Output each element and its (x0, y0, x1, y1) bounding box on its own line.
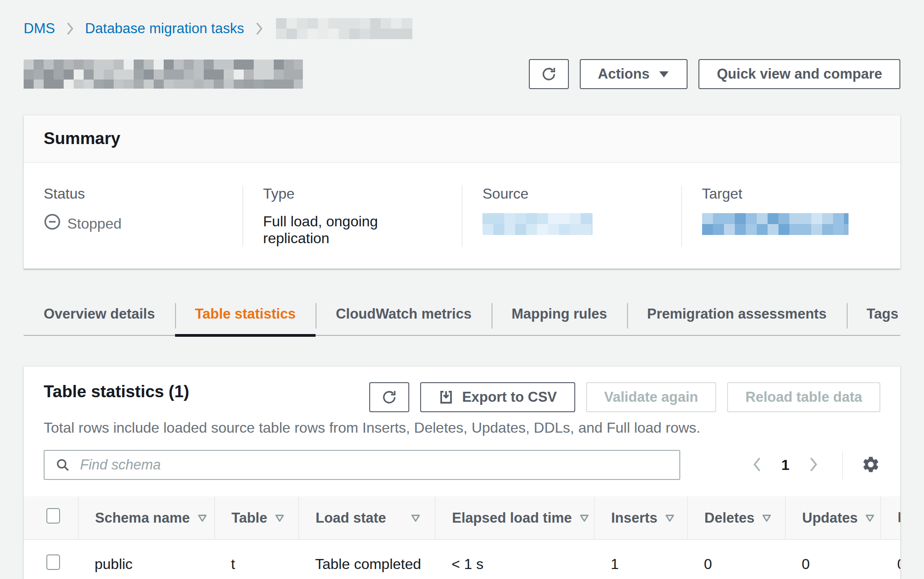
table-statistics-table: Schema name Table Load state Elapsed loa… (24, 496, 900, 579)
gear-icon (861, 455, 880, 475)
page-title-redacted (24, 60, 303, 89)
column-header-updates[interactable]: Updates (785, 496, 881, 539)
next-page-button[interactable] (805, 453, 822, 477)
summary-body: Status Stopped Type Full load, ongoing r… (24, 163, 900, 269)
tab-bar: Overview details Table statistics CloudW… (24, 299, 900, 336)
column-header-elapsed-load-time[interactable]: Elapsed load time (435, 496, 594, 539)
breadcrumb-current-redacted (276, 18, 412, 39)
cell-inserts: 1 (594, 539, 688, 579)
chevron-right-icon (254, 22, 264, 35)
sort-icon (579, 509, 589, 526)
table-header-row: Schema name Table Load state Elapsed loa… (24, 496, 900, 539)
field-label: Type (263, 185, 442, 202)
cell-ddls: 0 (881, 539, 900, 579)
column-header-schema-name[interactable]: Schema name (78, 496, 215, 539)
summary-field-type: Type Full load, ongoing replication (242, 185, 462, 247)
chevron-right-icon (65, 22, 75, 35)
sort-icon (275, 509, 285, 526)
column-header-load-state[interactable]: Load state (299, 496, 435, 539)
current-page-number: 1 (781, 457, 789, 474)
target-value-redacted (702, 213, 849, 235)
preferences-button[interactable] (861, 455, 880, 475)
reload-table-data-button[interactable]: Reload table data (727, 382, 880, 412)
field-label: Target (702, 185, 881, 202)
sort-icon (865, 509, 875, 526)
table-statistics-panel: Table statistics (1) Export to (24, 366, 900, 579)
type-value: Full load, ongoing replication (263, 213, 442, 247)
refresh-icon (381, 389, 397, 405)
refresh-button[interactable] (529, 59, 569, 89)
table-toolbar: 1 (24, 436, 900, 496)
caret-down-icon (658, 70, 669, 78)
summary-field-source: Source (462, 185, 681, 247)
schema-search (44, 450, 680, 480)
sort-icon (762, 509, 772, 526)
download-icon (438, 389, 454, 405)
chevron-left-icon (752, 457, 762, 474)
tab-overview-details[interactable]: Overview details (24, 299, 175, 335)
table-refresh-button[interactable] (369, 382, 409, 412)
field-label: Source (482, 185, 661, 202)
field-label: Status (44, 185, 222, 202)
previous-page-button[interactable] (748, 453, 766, 477)
validate-again-button[interactable]: Validate again (586, 382, 717, 412)
stopped-icon (44, 213, 67, 234)
cell-table: t (215, 539, 299, 579)
cell-deletes: 0 (688, 539, 785, 579)
table-statistics-title: Table statistics (1) (44, 382, 189, 401)
refresh-icon (541, 66, 557, 82)
table-actions: Export to CSV Validate again Reload tabl… (369, 382, 880, 412)
summary-field-status: Status Stopped (24, 185, 242, 247)
column-header-inserts[interactable]: Inserts (594, 496, 688, 539)
cell-elapsed-load-time: < 1 s (435, 539, 594, 579)
cell-load-state: Table completed (299, 539, 435, 579)
tab-table-statistics[interactable]: Table statistics (175, 299, 316, 335)
cell-schema-name: public (78, 539, 215, 579)
header-actions: Actions Quick view and compare (529, 59, 900, 89)
chevron-right-icon (808, 457, 819, 474)
row-checkbox[interactable] (46, 554, 60, 570)
export-csv-button[interactable]: Export to CSV (420, 382, 575, 412)
dms-task-page: DMS Database migration tasks Actions (0, 0, 924, 579)
select-all-checkbox[interactable] (46, 508, 60, 524)
source-value-redacted (482, 213, 593, 235)
column-header-deletes[interactable]: Deletes (688, 496, 785, 539)
column-header-table[interactable]: Table (215, 496, 299, 539)
search-input[interactable] (44, 450, 680, 480)
table-row: public t Table completed < 1 s 1 0 0 0 (24, 539, 900, 579)
table-statistics-description: Total rows include loaded source table r… (24, 412, 900, 436)
pagination: 1 (748, 453, 822, 477)
breadcrumb: DMS Database migration tasks (24, 18, 900, 39)
summary-title: Summary (44, 129, 880, 148)
tab-tags[interactable]: Tags (847, 299, 919, 335)
cell-updates: 0 (785, 539, 881, 579)
tab-mapping-rules[interactable]: Mapping rules (492, 299, 627, 335)
toolbar-divider (842, 451, 843, 479)
sort-icon (665, 509, 675, 526)
summary-panel: Summary Status Stopped Type Full load, o… (24, 115, 900, 269)
tab-premigration-assessments[interactable]: Premigration assessments (627, 299, 847, 335)
summary-panel-header: Summary (24, 115, 900, 163)
quick-view-compare-button[interactable]: Quick view and compare (698, 59, 900, 89)
page-header: Actions Quick view and compare (24, 59, 900, 89)
sort-icon (197, 509, 207, 526)
breadcrumb-link-dms[interactable]: DMS (24, 20, 55, 37)
summary-field-target: Target (681, 185, 901, 247)
sort-icon (411, 509, 421, 526)
column-header-ddls[interactable]: DDLs (881, 496, 900, 539)
breadcrumb-link-tasks[interactable]: Database migration tasks (85, 20, 244, 37)
status-value: Stopped (44, 213, 222, 234)
tab-cloudwatch-metrics[interactable]: CloudWatch metrics (316, 299, 492, 335)
actions-button[interactable]: Actions (580, 59, 688, 89)
